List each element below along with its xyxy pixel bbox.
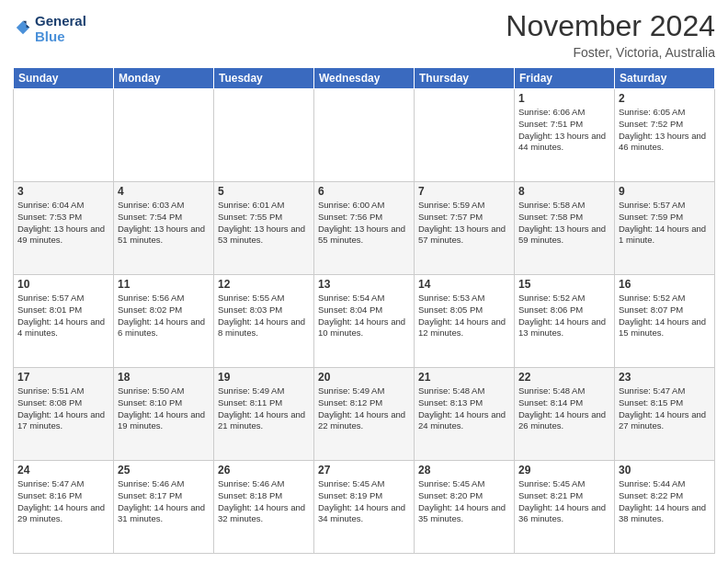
day-number: 19 [218,371,310,384]
day-info: Sunrise: 6:01 AM Sunset: 7:55 PM Dayligh… [218,200,310,247]
day-info: Sunrise: 5:46 AM Sunset: 8:18 PM Dayligh… [218,478,310,525]
day-cell: 1Sunrise: 6:06 AM Sunset: 7:51 PM Daylig… [515,89,615,182]
location: Foster, Victoria, Australia [506,45,715,60]
day-info: Sunrise: 5:51 AM Sunset: 8:08 PM Dayligh… [17,385,109,432]
day-info: Sunrise: 5:58 AM Sunset: 7:58 PM Dayligh… [518,200,610,247]
day-cell: 14Sunrise: 5:53 AM Sunset: 8:05 PM Dayli… [415,275,515,368]
week-row-2: 10Sunrise: 5:57 AM Sunset: 8:01 PM Dayli… [14,275,715,368]
day-number: 25 [118,464,210,477]
day-info: Sunrise: 5:44 AM Sunset: 8:22 PM Dayligh… [619,478,711,525]
day-cell: 7Sunrise: 5:59 AM Sunset: 7:57 PM Daylig… [415,182,515,275]
day-cell: 9Sunrise: 5:57 AM Sunset: 7:59 PM Daylig… [615,182,715,275]
day-number: 2 [619,92,711,105]
day-number: 24 [17,464,109,477]
week-row-4: 24Sunrise: 5:47 AM Sunset: 8:16 PM Dayli… [14,461,715,554]
day-cell: 28Sunrise: 5:45 AM Sunset: 8:20 PM Dayli… [415,461,515,554]
day-number: 28 [418,464,510,477]
day-number: 17 [17,371,109,384]
week-row-1: 3Sunrise: 6:04 AM Sunset: 7:53 PM Daylig… [14,182,715,275]
day-cell [114,89,214,182]
day-cell [314,89,415,182]
col-header-friday: Friday [515,68,615,89]
day-info: Sunrise: 5:47 AM Sunset: 8:15 PM Dayligh… [619,385,711,432]
day-number: 7 [418,185,510,198]
day-cell: 21Sunrise: 5:48 AM Sunset: 8:13 PM Dayli… [415,368,515,461]
day-cell: 11Sunrise: 5:56 AM Sunset: 8:02 PM Dayli… [114,275,214,368]
day-cell: 8Sunrise: 5:58 AM Sunset: 7:58 PM Daylig… [515,182,615,275]
logo-icon [15,19,31,36]
day-number: 14 [418,278,510,291]
title-block: November 2024 Foster, Victoria, Australi… [506,9,715,60]
day-cell: 18Sunrise: 5:50 AM Sunset: 8:10 PM Dayli… [114,368,214,461]
day-number: 21 [418,371,510,384]
day-cell: 20Sunrise: 5:49 AM Sunset: 8:12 PM Dayli… [314,368,415,461]
day-cell: 26Sunrise: 5:46 AM Sunset: 8:18 PM Dayli… [214,461,314,554]
day-info: Sunrise: 5:49 AM Sunset: 8:11 PM Dayligh… [218,385,310,432]
logo: General Blue [13,13,86,45]
day-number: 8 [518,185,610,198]
day-number: 30 [619,464,711,477]
day-info: Sunrise: 5:52 AM Sunset: 8:07 PM Dayligh… [619,293,711,339]
day-info: Sunrise: 6:05 AM Sunset: 7:52 PM Dayligh… [619,107,711,154]
day-info: Sunrise: 5:59 AM Sunset: 7:57 PM Dayligh… [418,200,510,247]
day-cell: 30Sunrise: 5:44 AM Sunset: 8:22 PM Dayli… [615,461,715,554]
day-info: Sunrise: 5:46 AM Sunset: 8:17 PM Dayligh… [118,478,210,525]
day-info: Sunrise: 5:45 AM Sunset: 8:19 PM Dayligh… [318,478,410,525]
day-number: 22 [518,371,610,384]
day-info: Sunrise: 6:04 AM Sunset: 7:53 PM Dayligh… [17,200,109,247]
day-cell: 24Sunrise: 5:47 AM Sunset: 8:16 PM Dayli… [14,461,114,554]
day-cell: 4Sunrise: 6:03 AM Sunset: 7:54 PM Daylig… [114,182,214,275]
day-number: 29 [518,464,610,477]
day-info: Sunrise: 6:06 AM Sunset: 7:51 PM Dayligh… [518,107,610,154]
col-header-tuesday: Tuesday [214,68,314,89]
page: General Blue November 2024 Foster, Victo… [0,0,728,563]
day-info: Sunrise: 6:00 AM Sunset: 7:56 PM Dayligh… [318,200,410,247]
day-cell: 2Sunrise: 6:05 AM Sunset: 7:52 PM Daylig… [615,89,715,182]
day-number: 15 [518,278,610,291]
day-cell: 6Sunrise: 6:00 AM Sunset: 7:56 PM Daylig… [314,182,415,275]
day-number: 20 [318,371,410,384]
col-header-sunday: Sunday [14,68,114,89]
day-info: Sunrise: 5:45 AM Sunset: 8:21 PM Dayligh… [518,478,610,525]
day-number: 9 [619,185,711,198]
day-info: Sunrise: 5:57 AM Sunset: 8:01 PM Dayligh… [17,293,109,339]
day-cell: 16Sunrise: 5:52 AM Sunset: 8:07 PM Dayli… [615,275,715,368]
day-info: Sunrise: 5:52 AM Sunset: 8:06 PM Dayligh… [518,293,610,339]
week-row-3: 17Sunrise: 5:51 AM Sunset: 8:08 PM Dayli… [14,368,715,461]
day-info: Sunrise: 5:57 AM Sunset: 7:59 PM Dayligh… [619,200,711,247]
day-info: Sunrise: 5:56 AM Sunset: 8:02 PM Dayligh… [118,293,210,339]
day-cell: 10Sunrise: 5:57 AM Sunset: 8:01 PM Dayli… [14,275,114,368]
day-cell [214,89,314,182]
day-number: 5 [218,185,310,198]
day-cell: 27Sunrise: 5:45 AM Sunset: 8:19 PM Dayli… [314,461,415,554]
day-number: 10 [17,278,109,291]
day-cell: 29Sunrise: 5:45 AM Sunset: 8:21 PM Dayli… [515,461,615,554]
day-number: 3 [17,185,109,198]
day-info: Sunrise: 5:53 AM Sunset: 8:05 PM Dayligh… [418,293,510,339]
day-info: Sunrise: 5:48 AM Sunset: 8:13 PM Dayligh… [418,385,510,432]
day-cell: 5Sunrise: 6:01 AM Sunset: 7:55 PM Daylig… [214,182,314,275]
day-cell: 22Sunrise: 5:48 AM Sunset: 8:14 PM Dayli… [515,368,615,461]
col-header-monday: Monday [114,68,214,89]
day-info: Sunrise: 5:55 AM Sunset: 8:03 PM Dayligh… [218,293,310,339]
day-cell: 19Sunrise: 5:49 AM Sunset: 8:11 PM Dayli… [214,368,314,461]
day-number: 13 [318,278,410,291]
day-info: Sunrise: 5:54 AM Sunset: 8:04 PM Dayligh… [318,293,410,339]
day-number: 1 [518,92,610,105]
day-cell: 3Sunrise: 6:04 AM Sunset: 7:53 PM Daylig… [14,182,114,275]
week-row-0: 1Sunrise: 6:06 AM Sunset: 7:51 PM Daylig… [14,89,715,182]
col-header-wednesday: Wednesday [314,68,415,89]
day-info: Sunrise: 5:49 AM Sunset: 8:12 PM Dayligh… [318,385,410,432]
day-number: 4 [118,185,210,198]
day-number: 11 [118,278,210,291]
day-cell [415,89,515,182]
logo-text-line2: Blue [35,29,86,44]
day-cell: 25Sunrise: 5:46 AM Sunset: 8:17 PM Dayli… [114,461,214,554]
day-number: 26 [218,464,310,477]
col-header-thursday: Thursday [415,68,515,89]
day-info: Sunrise: 5:47 AM Sunset: 8:16 PM Dayligh… [17,478,109,525]
col-header-saturday: Saturday [615,68,715,89]
day-number: 27 [318,464,410,477]
day-number: 6 [318,185,410,198]
day-number: 23 [619,371,711,384]
